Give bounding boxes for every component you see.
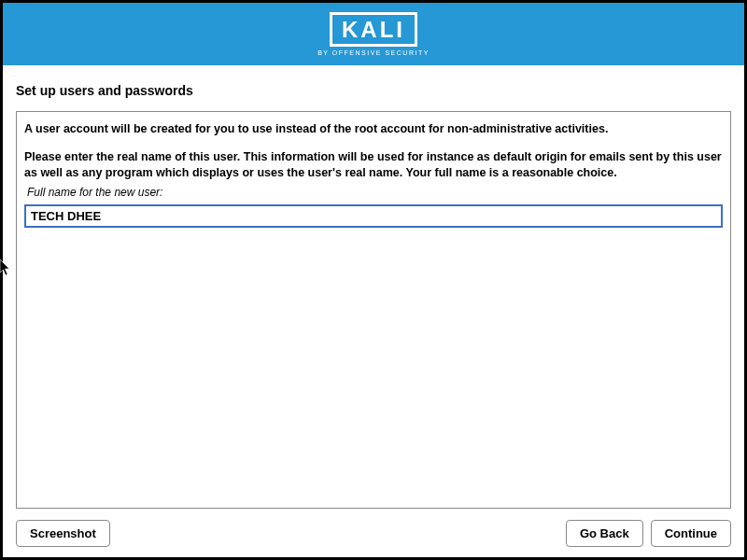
logo-frame: KALI [330,12,417,47]
page-title: Set up users and passwords [3,65,744,111]
fullname-input[interactable] [24,204,723,228]
header-banner: KALI BY OFFENSIVE SECURITY [3,3,744,65]
spacer [118,520,558,547]
intro-text-2: Please enter the real name of this user.… [24,149,723,180]
kali-logo: KALI BY OFFENSIVE SECURITY [317,12,430,56]
go-back-button[interactable]: Go Back [566,520,643,547]
continue-button[interactable]: Continue [651,520,731,547]
button-bar: Screenshot Go Back Continue [3,509,744,557]
logo-text: KALI [342,17,405,43]
fullname-label: Full name for the new user: [27,186,723,199]
content-panel: A user account will be created for you t… [16,111,731,509]
intro-text-1: A user account will be created for you t… [24,121,723,136]
screenshot-button[interactable]: Screenshot [16,520,110,547]
logo-subtitle: BY OFFENSIVE SECURITY [317,49,430,56]
installer-window: KALI BY OFFENSIVE SECURITY Set up users … [3,3,744,557]
